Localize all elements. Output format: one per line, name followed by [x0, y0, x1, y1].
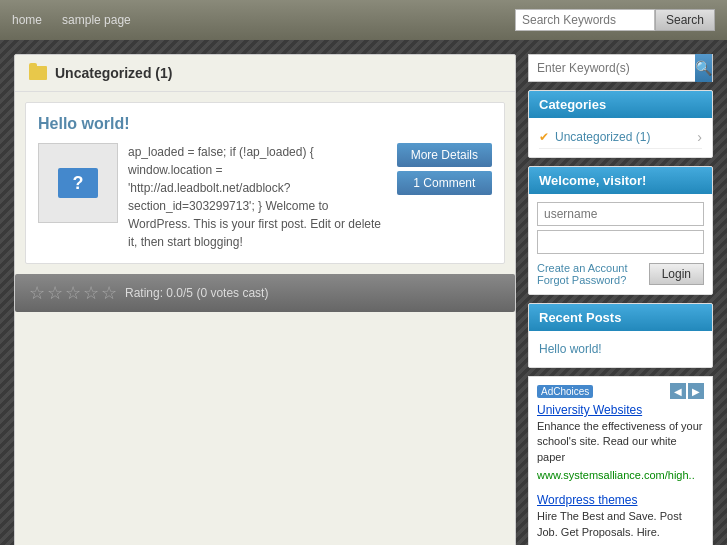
recent-posts-body: Hello world!	[529, 331, 712, 367]
star-5[interactable]: ☆	[101, 282, 117, 304]
ad-nav: ◀ ▶	[670, 383, 704, 399]
category-header: Uncategorized (1)	[15, 55, 515, 92]
ad-prev-button[interactable]: ◀	[670, 383, 686, 399]
thumbnail-inner: ?	[58, 168, 98, 198]
ad-title-1[interactable]: University Websites	[537, 403, 704, 417]
rating-bar: ☆ ☆ ☆ ☆ ☆ Rating: 0.0/5 (0 votes cast)	[15, 274, 515, 312]
categories-widget: Categories ✔ Uncategorized (1) ›	[528, 90, 713, 158]
ad-header: AdChoices ◀ ▶	[537, 383, 704, 399]
nav-home[interactable]: home	[12, 13, 42, 27]
post-content-row: ? ap_loaded = false; if (!ap_loaded) { w…	[38, 143, 492, 251]
keyword-search-button[interactable]: 🔍	[695, 54, 712, 82]
login-button[interactable]: Login	[649, 263, 704, 285]
category-arrow-icon: ›	[697, 129, 702, 145]
category-item: ✔ Uncategorized (1) ›	[539, 126, 702, 149]
ad-next-button[interactable]: ▶	[688, 383, 704, 399]
ad-choices-label: AdChoices	[537, 385, 593, 398]
ad-widget: AdChoices ◀ ▶ University Websites Enhanc…	[528, 376, 713, 545]
folder-icon	[29, 66, 47, 80]
top-nav: home sample page Search	[0, 0, 727, 40]
account-links: Create an Account Forgot Password?	[537, 262, 628, 286]
top-search-bar: Search	[515, 9, 715, 31]
ad-text-1: Enhance the effectiveness of your school…	[537, 419, 704, 465]
post-actions: More Details 1 Comment	[397, 143, 492, 195]
star-2[interactable]: ☆	[47, 282, 63, 304]
nav-sample-page[interactable]: sample page	[62, 13, 131, 27]
star-4[interactable]: ☆	[83, 282, 99, 304]
more-details-button[interactable]: More Details	[397, 143, 492, 167]
welcome-widget-body: Create an Account Forgot Password? Login	[529, 194, 712, 294]
star-rating: ☆ ☆ ☆ ☆ ☆	[29, 282, 117, 304]
categories-widget-body: ✔ Uncategorized (1) ›	[529, 118, 712, 157]
star-1[interactable]: ☆	[29, 282, 45, 304]
create-account-link[interactable]: Create an Account	[537, 262, 628, 274]
main-container: Uncategorized (1) Hello world! ? ap_load…	[0, 40, 727, 545]
check-icon: ✔	[539, 130, 549, 144]
recent-posts-widget: Recent Posts Hello world!	[528, 303, 713, 368]
category-title: Uncategorized (1)	[55, 65, 172, 81]
post-excerpt: ap_loaded = false; if (!ap_loaded) { win…	[128, 143, 387, 251]
recent-post-link[interactable]: Hello world!	[539, 339, 702, 359]
rating-text: Rating: 0.0/5 (0 votes cast)	[125, 286, 268, 300]
keyword-search-input[interactable]	[529, 57, 695, 79]
sidebar-search: 🔍	[528, 54, 713, 82]
category-link[interactable]: Uncategorized (1)	[555, 130, 650, 144]
forgot-password-link[interactable]: Forgot Password?	[537, 274, 628, 286]
categories-widget-header: Categories	[529, 91, 712, 118]
comment-button[interactable]: 1 Comment	[397, 171, 492, 195]
sidebar: 🔍 Categories ✔ Uncategorized (1) › Welco…	[528, 54, 713, 545]
post-thumbnail: ?	[38, 143, 118, 223]
ad-title-2[interactable]: Wordpress themes	[537, 493, 704, 507]
username-input[interactable]	[537, 202, 704, 226]
top-search-button[interactable]: Search	[655, 9, 715, 31]
welcome-widget: Welcome, visitor! Create an Account Forg…	[528, 166, 713, 295]
category-item-left: ✔ Uncategorized (1)	[539, 130, 650, 144]
nav-links: home sample page	[12, 13, 131, 27]
ad-text-2: Hire The Best and Save. Post Job. Get Pr…	[537, 509, 704, 540]
post-title[interactable]: Hello world!	[38, 115, 492, 133]
ad-url-1: www.systemsalliance.com/high..	[537, 469, 695, 481]
post-card: Hello world! ? ap_loaded = false; if (!a…	[25, 102, 505, 264]
search-icon: 🔍	[695, 60, 712, 76]
star-3[interactable]: ☆	[65, 282, 81, 304]
form-links: Create an Account Forgot Password? Login	[537, 262, 704, 286]
password-input[interactable]	[537, 230, 704, 254]
top-search-input[interactable]	[515, 9, 655, 31]
welcome-widget-header: Welcome, visitor!	[529, 167, 712, 194]
recent-posts-header: Recent Posts	[529, 304, 712, 331]
content-area: Uncategorized (1) Hello world! ? ap_load…	[14, 54, 516, 545]
